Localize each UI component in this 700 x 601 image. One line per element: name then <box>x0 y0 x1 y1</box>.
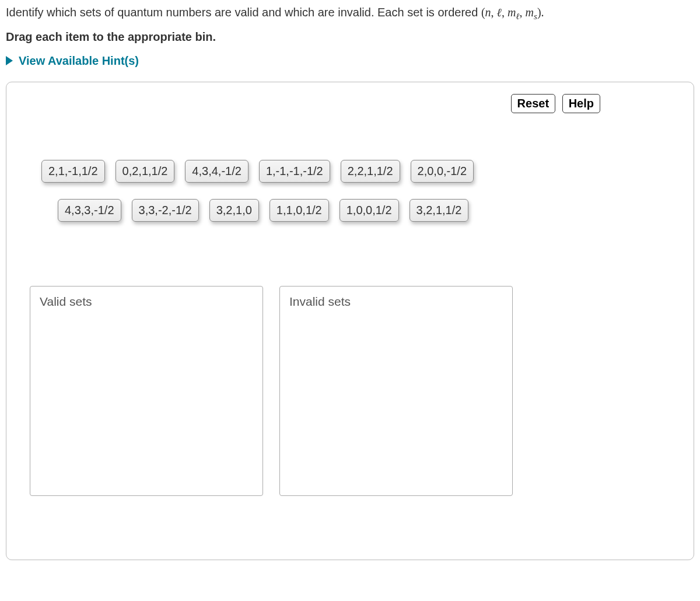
drag-item[interactable]: 1,1,0,1/2 <box>270 199 329 222</box>
item-row-2: 4,3,3,-1/2 3,3,-2,-1/2 3,2,1,0 1,1,0,1/2… <box>58 199 670 222</box>
work-area: Reset Help 2,1,-1,1/2 0,2,1,1/2 4,3,4,-1… <box>6 82 694 560</box>
drag-item[interactable]: 3,3,-2,-1/2 <box>132 199 199 222</box>
help-button[interactable]: Help <box>562 94 600 113</box>
drag-item[interactable]: 1,-1,-1,-1/2 <box>259 160 330 183</box>
item-row-1: 2,1,-1,1/2 0,2,1,1/2 4,3,4,-1/2 1,-1,-1,… <box>41 160 670 183</box>
drag-item[interactable]: 4,3,3,-1/2 <box>58 199 121 222</box>
items-pool: 2,1,-1,1/2 0,2,1,1/2 4,3,4,-1/2 1,-1,-1,… <box>41 160 670 222</box>
drag-item[interactable]: 2,1,-1,1/2 <box>41 160 105 183</box>
drag-item[interactable]: 0,2,1,1/2 <box>116 160 175 183</box>
question-text: Identify which sets of quantum numbers a… <box>6 4 694 23</box>
drag-item[interactable]: 3,2,1,1/2 <box>410 199 469 222</box>
drag-item[interactable]: 2,2,1,1/2 <box>341 160 400 183</box>
bin-invalid-label: Invalid sets <box>289 295 503 309</box>
drag-item[interactable]: 2,0,0,-1/2 <box>411 160 474 183</box>
drag-item[interactable]: 1,0,0,1/2 <box>340 199 399 222</box>
question-prefix: Identify which sets of quantum numbers a… <box>6 6 481 19</box>
bin-invalid[interactable]: Invalid sets <box>279 286 513 496</box>
ordered-tuple: (n, ℓ, mℓ, ms). <box>481 6 544 19</box>
bins-area: Valid sets Invalid sets <box>30 286 670 496</box>
triangle-right-icon <box>6 56 13 65</box>
hints-label: View Available Hint(s) <box>19 54 139 68</box>
exercise-container: Identify which sets of quantum numbers a… <box>0 0 700 566</box>
bin-valid-label: Valid sets <box>40 295 253 309</box>
drag-item[interactable]: 4,3,4,-1/2 <box>185 160 249 183</box>
drag-item[interactable]: 3,2,1,0 <box>209 199 259 222</box>
reset-button[interactable]: Reset <box>511 94 555 113</box>
drag-instruction: Drag each item to the appropriate bin. <box>6 30 694 44</box>
view-hints-toggle[interactable]: View Available Hint(s) <box>6 54 139 68</box>
button-row: Reset Help <box>30 94 670 113</box>
bin-valid[interactable]: Valid sets <box>30 286 263 496</box>
